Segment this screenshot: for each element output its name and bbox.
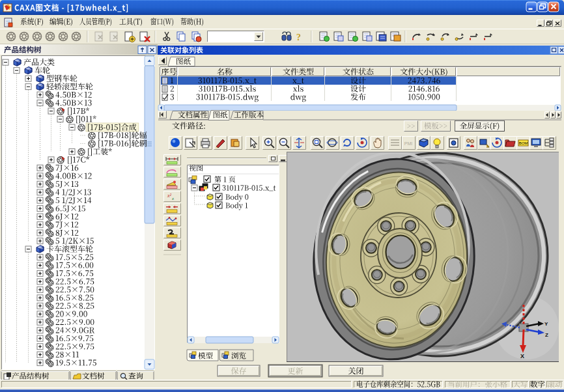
svg-text:?: ? — [296, 33, 301, 42]
svg-text:Y: Y — [544, 321, 548, 327]
svg-text:Z: Z — [545, 332, 548, 338]
svg-text:PMI: PMI — [404, 141, 413, 146]
svg-text:BOM: BOM — [519, 141, 528, 145]
svg-text:z: z — [172, 196, 174, 201]
svg-text:x²: x² — [167, 193, 172, 199]
svg-text:X: X — [520, 353, 524, 359]
